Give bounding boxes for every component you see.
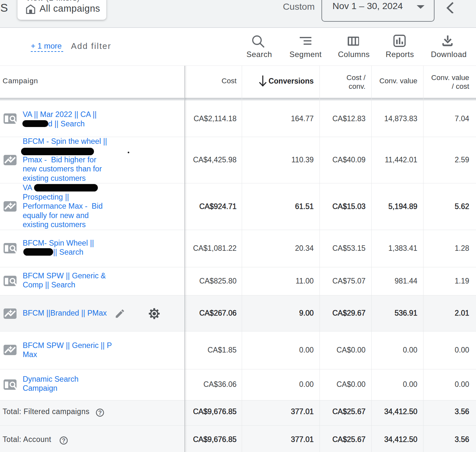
svg-text:?: ?: [62, 437, 65, 444]
svg-text:?: ?: [98, 410, 102, 416]
